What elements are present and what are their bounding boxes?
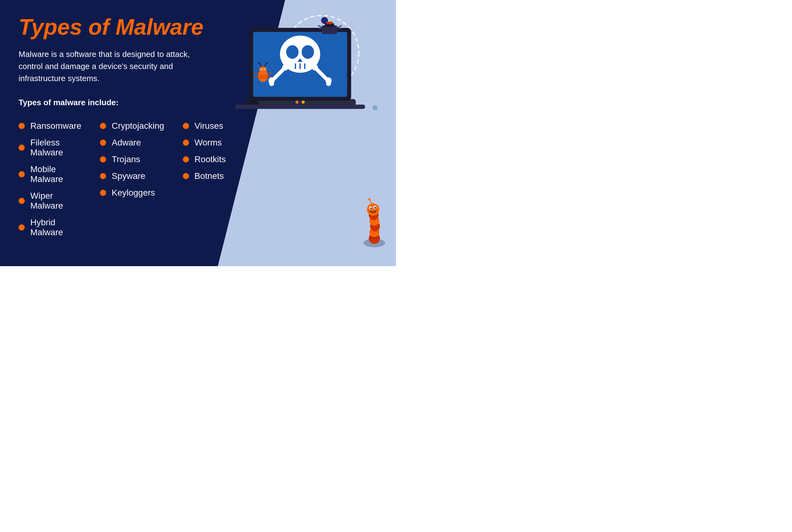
list-item-label: Trojans	[112, 154, 140, 164]
list-item-label: Botnets	[195, 171, 224, 181]
svg-point-25	[310, 63, 315, 69]
svg-point-9	[286, 45, 298, 59]
svg-line-40	[264, 63, 267, 66]
bullet-icon	[100, 173, 106, 179]
bullet-icon	[19, 224, 25, 231]
list-item: Hybrid Malware	[19, 217, 81, 238]
list-item-label: Rootkits	[195, 154, 226, 164]
description-normal: Malware is a software that is designed t…	[19, 50, 190, 83]
svg-line-45	[267, 73, 272, 74]
bullet-icon	[100, 190, 106, 196]
list-item: Adware	[100, 138, 164, 148]
description-bold: Types of malware include:	[19, 98, 118, 107]
bullet-icon	[100, 123, 106, 129]
svg-line-60	[370, 200, 372, 204]
svg-point-58	[370, 208, 372, 209]
svg-point-23	[326, 81, 331, 86]
svg-point-10	[302, 45, 314, 59]
svg-point-20	[285, 63, 290, 69]
bullet-icon	[19, 171, 25, 177]
list-item-label: Fileless Malware	[30, 138, 81, 157]
list-item-label: Adware	[112, 138, 141, 148]
list-item: Wiper Malware	[19, 191, 81, 211]
svg-point-48	[259, 77, 267, 79]
svg-point-3	[295, 100, 298, 104]
bug-illustration	[251, 62, 275, 87]
list-item-label: Ransomware	[30, 121, 81, 131]
main-content: Types of Malware Malware is a software t…	[0, 0, 232, 253]
bullet-icon	[183, 139, 189, 146]
list-item-label: Hybrid Malware	[30, 217, 81, 238]
svg-point-38	[264, 69, 265, 70]
worm-illustration	[359, 198, 390, 248]
list-item: Fileless Malware	[19, 138, 81, 157]
list-item-label: Worms	[195, 138, 222, 148]
list-item: Botnets	[183, 171, 226, 181]
bullet-icon	[19, 145, 25, 151]
page-title: Types of Malware	[19, 16, 213, 39]
svg-point-47	[258, 75, 268, 77]
list-item-label: Viruses	[195, 121, 224, 131]
svg-line-31	[337, 25, 342, 28]
page-container: Types of Malware Malware is a software t…	[0, 0, 396, 266]
svg-point-34	[259, 66, 267, 74]
list-item: Ransomware	[19, 121, 81, 131]
svg-line-39	[259, 63, 262, 66]
bullet-icon	[183, 123, 189, 129]
list-item-label: Mobile Malware	[30, 164, 81, 184]
svg-point-59	[375, 207, 376, 209]
bullet-icon	[100, 139, 106, 146]
list-item: Cryptojacking	[100, 121, 164, 131]
list-item: Trojans	[100, 154, 164, 164]
bullet-icon	[183, 173, 189, 179]
list-column-1: RansomwareFileless MalwareMobile Malware…	[19, 121, 81, 238]
list-item-label: Keyloggers	[112, 188, 155, 198]
list-item: Mobile Malware	[19, 164, 81, 184]
bullet-icon	[19, 198, 25, 204]
svg-point-4	[302, 100, 305, 104]
svg-rect-28	[326, 22, 333, 24]
svg-point-42	[266, 62, 268, 64]
bullet-icon	[100, 156, 106, 163]
svg-point-41	[259, 62, 260, 64]
list-item: Spyware	[100, 171, 164, 181]
list-column-2: CryptojackingAdwareTrojansSpywareKeylogg…	[100, 121, 164, 238]
svg-point-37	[261, 69, 262, 70]
list-item: Viruses	[183, 121, 226, 131]
description-text: Malware is a software that is designed t…	[19, 48, 192, 109]
svg-point-55	[367, 203, 379, 216]
svg-rect-2	[235, 104, 365, 109]
list-item: Worms	[183, 138, 226, 148]
list-item: Rootkits	[183, 154, 226, 164]
list-item-label: Spyware	[112, 171, 146, 181]
list-column-3: VirusesWormsRootkitsBotnets	[183, 121, 226, 238]
malware-lists: RansomwareFileless MalwareMobile Malware…	[19, 121, 213, 238]
bullet-icon	[183, 156, 189, 163]
list-item-label: Cryptojacking	[112, 121, 164, 131]
laptop-illustration	[226, 9, 387, 139]
list-item-label: Wiper Malware	[30, 191, 81, 211]
list-item: Keyloggers	[100, 188, 164, 198]
svg-line-43	[254, 73, 259, 74]
svg-point-61	[368, 198, 371, 201]
bullet-icon	[19, 123, 25, 129]
